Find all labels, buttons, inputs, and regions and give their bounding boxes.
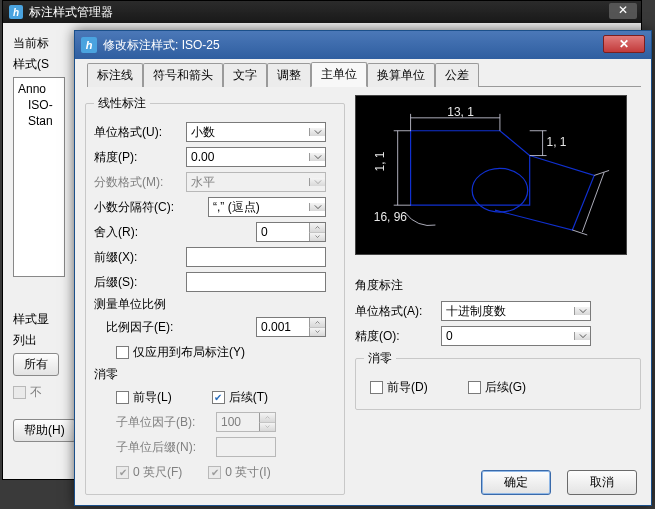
- svg-line-11: [572, 230, 587, 235]
- svg-text:13, 1: 13, 1: [447, 105, 474, 119]
- leading-checkbox[interactable]: 前导(L): [116, 389, 172, 406]
- tree-item[interactable]: Stan: [18, 114, 60, 130]
- tab-text[interactable]: 文字: [223, 63, 267, 87]
- angle-trailing-checkbox[interactable]: 后续(G): [468, 379, 526, 396]
- trailing-checkbox[interactable]: ✔后续(T): [212, 389, 268, 406]
- scale-factor-spinner[interactable]: 0.001: [256, 317, 326, 337]
- angle-unit-label: 单位格式(A):: [355, 303, 441, 320]
- svg-line-12: [582, 172, 604, 232]
- fraction-format-combo: 水平: [186, 172, 326, 192]
- spin-down-icon[interactable]: [309, 233, 325, 242]
- tab-fit[interactable]: 调整: [267, 63, 311, 87]
- unit-format-label: 单位格式(U):: [94, 124, 186, 141]
- suffix-input[interactable]: [186, 272, 326, 292]
- angle-legend: 角度标注: [355, 277, 641, 294]
- suffix-label: 后缀(S):: [94, 274, 186, 291]
- tab-primary-units[interactable]: 主单位: [311, 62, 367, 87]
- tree-item[interactable]: ISO-: [18, 98, 60, 114]
- chevron-down-icon: [574, 332, 590, 340]
- feet-checkbox: ✔0 英尺(F): [116, 464, 182, 481]
- roundoff-label: 舍入(R):: [94, 224, 186, 241]
- decimal-sep-label: 小数分隔符(C):: [94, 199, 186, 216]
- help-button[interactable]: 帮助(H): [13, 419, 76, 442]
- precision-combo[interactable]: 0.00: [186, 147, 326, 167]
- angle-unit-combo[interactable]: 十进制度数: [441, 301, 591, 321]
- style-tree[interactable]: Anno ISO- Stan: [13, 77, 65, 277]
- tab-strip: 标注线 符号和箭头 文字 调整 主单位 换算单位 公差: [87, 65, 641, 87]
- all-styles-combo[interactable]: 所有: [13, 353, 59, 376]
- chevron-down-icon: [574, 307, 590, 315]
- fraction-format-label: 分数格式(M):: [94, 174, 186, 191]
- angle-zero-legend: 消零: [364, 350, 396, 367]
- unit-format-combo[interactable]: 小数: [186, 122, 326, 142]
- angle-precision-label: 精度(O):: [355, 328, 441, 345]
- app-icon: h: [9, 5, 23, 19]
- app-icon: h: [81, 37, 97, 53]
- spin-up-icon[interactable]: [309, 223, 325, 233]
- sub-factor-spinner: 100: [216, 412, 276, 432]
- inches-checkbox: ✔0 英寸(I): [208, 464, 270, 481]
- angle-precision-combo[interactable]: 0: [441, 326, 591, 346]
- chevron-down-icon: [309, 128, 325, 136]
- angle-zero-group: 消零 前导(D) 后续(G): [355, 350, 641, 410]
- back-titlebar[interactable]: h 标注样式管理器 ✕: [3, 1, 641, 23]
- svg-text:1, 1: 1, 1: [373, 151, 387, 171]
- chevron-down-icon: [309, 203, 325, 211]
- cancel-button[interactable]: 取消: [567, 470, 637, 495]
- chevron-down-icon: [309, 178, 325, 186]
- chevron-down-icon: [309, 153, 325, 161]
- back-title: 标注样式管理器: [29, 4, 113, 21]
- ok-button[interactable]: 确定: [481, 470, 551, 495]
- layout-only-checkbox[interactable]: 仅应用到布局标注(Y): [116, 344, 245, 361]
- close-icon[interactable]: ✕: [603, 35, 645, 53]
- sub-suffix-input: [216, 437, 276, 457]
- decimal-sep-combo[interactable]: “,” (逗点): [208, 197, 326, 217]
- tab-alt-units[interactable]: 换算单位: [367, 63, 435, 87]
- modify-dim-style-dialog: h 修改标注样式: ISO-25 ✕ 标注线 符号和箭头 文字 调整 主单位 换…: [74, 30, 652, 506]
- sub-factor-label: 子单位因子(B):: [116, 414, 216, 431]
- front-title: 修改标注样式: ISO-25: [103, 37, 220, 54]
- svg-text:1, 1: 1, 1: [547, 135, 567, 149]
- preview-pane: 13, 1 1, 1 1, 1 16, 96: [355, 95, 627, 255]
- svg-text:16, 96: 16, 96: [374, 210, 407, 224]
- prefix-label: 前缀(X):: [94, 249, 186, 266]
- angle-leading-checkbox[interactable]: 前导(D): [370, 379, 428, 396]
- precision-label: 精度(P):: [94, 149, 186, 166]
- tab-symbols[interactable]: 符号和箭头: [143, 63, 223, 87]
- svg-line-10: [594, 170, 609, 175]
- no-checkbox: 不: [13, 384, 42, 401]
- front-titlebar[interactable]: h 修改标注样式: ISO-25 ✕: [75, 31, 651, 59]
- tree-item[interactable]: Anno: [18, 82, 60, 98]
- tab-dimlines[interactable]: 标注线: [87, 63, 143, 87]
- linear-group: 线性标注 单位格式(U): 小数 精度(P): 0.00 分数格式(M): 水平: [85, 95, 345, 495]
- close-icon[interactable]: ✕: [609, 3, 637, 19]
- spin-up-icon[interactable]: [309, 318, 325, 328]
- spin-down-icon[interactable]: [309, 328, 325, 337]
- tab-tolerance[interactable]: 公差: [435, 63, 479, 87]
- scale-legend: 测量单位比例: [94, 296, 336, 313]
- scale-factor-label: 比例因子(E):: [106, 319, 198, 336]
- sub-suffix-label: 子单位后缀(N):: [116, 439, 216, 456]
- prefix-input[interactable]: [186, 247, 326, 267]
- zero-legend: 消零: [94, 366, 336, 383]
- angle-group: 角度标注 单位格式(A): 十进制度数 精度(O): 0 消零 前导: [355, 273, 641, 416]
- roundoff-spinner[interactable]: 0: [256, 222, 326, 242]
- linear-legend: 线性标注: [94, 95, 150, 112]
